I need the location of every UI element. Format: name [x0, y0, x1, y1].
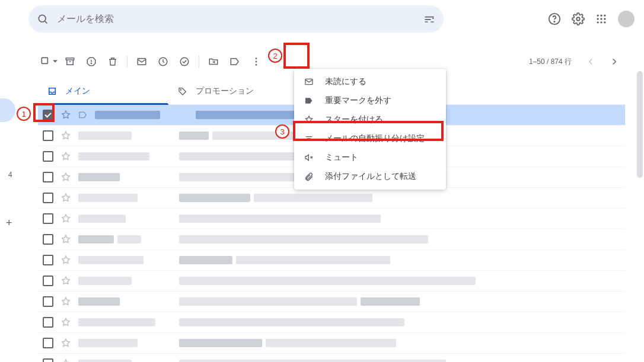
search-icon: [37, 13, 49, 25]
row-checkbox[interactable]: [43, 213, 53, 224]
row-checkbox[interactable]: [43, 338, 53, 348]
search-bar[interactable]: [28, 5, 444, 33]
svg-point-3: [554, 21, 554, 22]
svg-point-8: [597, 18, 599, 20]
row-checkbox[interactable]: [43, 130, 53, 141]
tag-icon: [178, 87, 187, 96]
mark-unread-button[interactable]: [131, 51, 152, 72]
svg-point-23: [256, 64, 257, 66]
menu-label: メールの自動振り分け設定: [325, 133, 425, 144]
snooze-button[interactable]: [152, 51, 174, 72]
mail-row[interactable]: [38, 209, 625, 229]
svg-line-1: [45, 21, 47, 24]
row-checkbox[interactable]: [43, 172, 53, 182]
svg-point-20: [180, 57, 189, 66]
annotation-3-circle: 3: [275, 124, 289, 139]
top-right-controls: [548, 11, 635, 27]
svg-rect-14: [42, 57, 47, 63]
svg-rect-28: [307, 138, 311, 139]
archive-button[interactable]: [59, 51, 81, 72]
more-context-menu: 未読にする 重要マークを外す スターを付ける メールの自動振り分け設定 ミュート…: [294, 69, 446, 190]
row-checkbox[interactable]: [43, 358, 53, 362]
labels-button[interactable]: [224, 51, 246, 72]
svg-point-12: [600, 21, 602, 23]
mail-row[interactable]: [38, 271, 625, 291]
star-icon[interactable]: [60, 358, 71, 362]
menu-filter-messages[interactable]: メールの自動振り分け設定: [294, 129, 446, 148]
importance-icon[interactable]: [78, 110, 88, 120]
toolbar-separator: [127, 56, 127, 68]
row-checkbox[interactable]: [43, 255, 53, 265]
prev-page-button[interactable]: [580, 51, 601, 72]
svg-point-6: [600, 15, 602, 17]
importance-icon: [304, 96, 314, 105]
delete-button[interactable]: [102, 51, 123, 72]
star-icon[interactable]: [60, 172, 71, 182]
row-checkbox[interactable]: [43, 275, 53, 286]
star-icon[interactable]: [60, 275, 71, 286]
apps-icon[interactable]: [595, 13, 607, 25]
compose-collapsed-pill[interactable]: [0, 98, 15, 122]
menu-add-star[interactable]: スターを付ける: [294, 110, 446, 129]
svg-point-21: [256, 57, 257, 59]
sidebar-add[interactable]: +: [6, 217, 12, 229]
star-icon[interactable]: [60, 213, 71, 224]
mail-row[interactable]: [38, 291, 625, 312]
menu-label: 添付ファイルとして転送: [325, 171, 416, 182]
mail-row[interactable]: [38, 333, 625, 354]
svg-rect-29: [308, 140, 310, 141]
select-dropdown[interactable]: [38, 51, 59, 72]
tab-promotions[interactable]: プロモーション: [168, 78, 299, 104]
mail-row[interactable]: [38, 312, 625, 333]
help-icon[interactable]: [548, 12, 561, 25]
mail-row[interactable]: [38, 354, 625, 362]
mail-row[interactable]: [38, 250, 625, 271]
row-checkbox[interactable]: [43, 317, 53, 328]
svg-point-17: [91, 63, 91, 63]
scrollbar-thumb[interactable]: [637, 71, 643, 178]
menu-mute[interactable]: ミュート: [294, 148, 446, 167]
row-checkbox[interactable]: [43, 193, 53, 203]
tab-primary[interactable]: メイン: [38, 78, 168, 104]
svg-point-4: [576, 17, 580, 21]
star-icon[interactable]: [60, 193, 71, 203]
add-task-button[interactable]: [174, 51, 195, 72]
toolbar-separator: [199, 56, 199, 68]
star-icon[interactable]: [60, 234, 71, 245]
tab-label: メイン: [65, 86, 90, 97]
menu-mark-unread[interactable]: 未読にする: [294, 72, 446, 91]
search-input[interactable]: [57, 14, 423, 24]
filter-icon: [304, 134, 314, 143]
more-button[interactable]: [246, 51, 267, 72]
row-checkbox[interactable]: [43, 151, 53, 162]
star-icon[interactable]: [60, 338, 71, 348]
svg-point-0: [39, 15, 46, 22]
svg-point-22: [256, 61, 257, 63]
attachment-icon: [304, 172, 314, 181]
star-icon[interactable]: [60, 255, 71, 265]
svg-rect-27: [306, 136, 313, 137]
star-icon[interactable]: [60, 317, 71, 328]
star-icon[interactable]: [60, 130, 71, 141]
gear-icon[interactable]: [572, 12, 585, 25]
star-icon[interactable]: [60, 151, 71, 162]
move-to-button[interactable]: [203, 51, 224, 72]
star-icon[interactable]: [60, 296, 71, 307]
star-icon: [304, 115, 314, 124]
mute-icon: [304, 153, 314, 162]
next-page-button[interactable]: [604, 51, 625, 72]
mail-row[interactable]: [38, 188, 625, 209]
avatar[interactable]: [618, 11, 635, 27]
pagination-text: 1–50 / 874 行: [529, 57, 572, 67]
star-icon[interactable]: [60, 110, 71, 120]
row-checkbox[interactable]: [43, 110, 53, 120]
row-checkbox[interactable]: [43, 234, 53, 245]
menu-remove-important[interactable]: 重要マークを外す: [294, 91, 446, 110]
report-spam-button[interactable]: [81, 51, 102, 72]
svg-point-25: [180, 89, 181, 90]
menu-label: 未読にする: [325, 76, 366, 87]
menu-forward-as-attachment[interactable]: 添付ファイルとして転送: [294, 167, 446, 186]
row-checkbox[interactable]: [43, 296, 53, 307]
mail-row[interactable]: [38, 229, 625, 250]
tune-icon[interactable]: [423, 13, 435, 25]
